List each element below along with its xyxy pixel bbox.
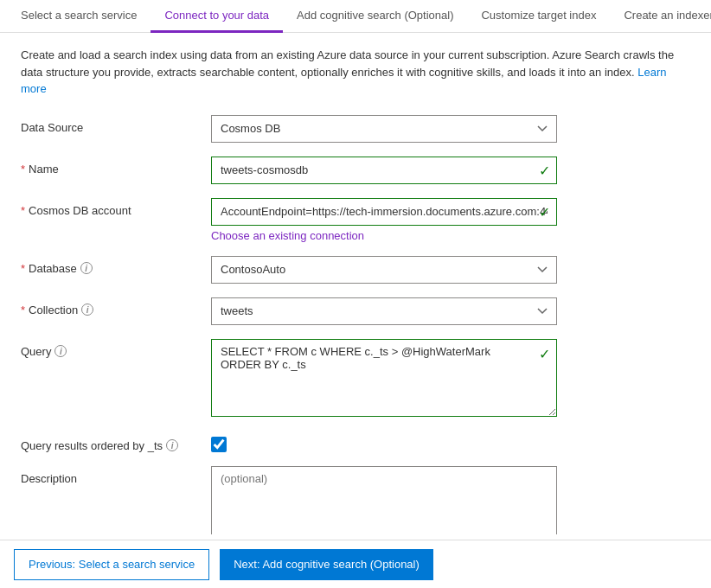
description-textarea[interactable] (211, 466, 557, 535)
database-row: * Database i ContosoAuto (21, 256, 690, 284)
description-row: Description (21, 466, 690, 535)
query-label: Query i (21, 339, 211, 358)
data-source-label: Data Source (21, 115, 211, 134)
cosmos-check-icon: ✓ (539, 203, 550, 220)
database-info-icon[interactable]: i (80, 262, 93, 274)
collection-control: tweets (211, 297, 557, 325)
cosmos-input-wrap: ✓ (211, 198, 557, 226)
query-ordered-control (211, 433, 690, 452)
query-textarea-wrap: SELECT * FROM c WHERE c._ts > @HighWater… (211, 339, 557, 419)
database-select[interactable]: ContosoAuto (211, 256, 557, 284)
database-required-star: * (21, 262, 25, 275)
tab-customize[interactable]: Customize target index (467, 0, 610, 33)
query-ordered-info-icon[interactable]: i (166, 439, 178, 451)
collection-row: * Collection i tweets (21, 297, 690, 325)
query-check-icon: ✓ (539, 346, 550, 362)
prev-button[interactable]: Previous: Select a search service (14, 549, 209, 580)
data-source-row: Data Source Cosmos DB Azure SQL Azure Bl… (21, 115, 690, 143)
description-text: Create and load a search index using dat… (21, 47, 690, 98)
footer: Previous: Select a search service Next: … (0, 540, 711, 588)
collection-required-star: * (21, 304, 25, 316)
collection-select[interactable]: tweets (211, 297, 557, 325)
tab-connect-data[interactable]: Connect to your data (151, 0, 283, 33)
name-required-star: * (21, 163, 25, 176)
name-row: * Name ✓ (21, 157, 690, 184)
tab-cognitive[interactable]: Add cognitive search (Optional) (283, 0, 467, 33)
cosmos-account-input[interactable] (211, 198, 557, 226)
description-label: Description (21, 466, 211, 485)
name-input-wrap: ✓ (211, 157, 557, 184)
tab-create-indexer[interactable]: Create an indexer (610, 0, 711, 33)
main-content: Create and load a search index using dat… (0, 33, 711, 534)
cosmos-account-control: ✓ Choose an existing connection (211, 198, 690, 242)
next-button[interactable]: Next: Add cognitive search (Optional) (220, 549, 433, 580)
cosmos-account-label: * Cosmos DB account (21, 198, 211, 217)
name-check-icon: ✓ (539, 162, 550, 178)
query-info-icon[interactable]: i (54, 345, 67, 357)
cosmos-account-row: * Cosmos DB account ✓ Choose an existing… (21, 198, 690, 242)
collection-info-icon[interactable]: i (81, 304, 93, 316)
data-source-select[interactable]: Cosmos DB Azure SQL Azure Blob Storage A… (211, 115, 557, 143)
collection-label: * Collection i (21, 297, 211, 316)
query-control: SELECT * FROM c WHERE c._ts > @HighWater… (211, 339, 690, 419)
description-control (211, 466, 690, 535)
tab-select-search[interactable]: Select a search service (7, 0, 151, 33)
query-textarea[interactable]: SELECT * FROM c WHERE c._ts > @HighWater… (211, 339, 557, 417)
data-source-control: Cosmos DB Azure SQL Azure Blob Storage A… (211, 115, 557, 143)
query-row: Query i SELECT * FROM c WHERE c._ts > @H… (21, 339, 690, 419)
cosmos-required-star: * (21, 204, 25, 217)
query-ordered-row: Query results ordered by _ts i (21, 433, 690, 452)
name-label: * Name (21, 157, 211, 176)
database-control: ContosoAuto (211, 256, 557, 284)
name-input[interactable] (211, 157, 557, 184)
database-label: * Database i (21, 256, 211, 275)
query-ordered-checkbox-wrap (211, 433, 690, 452)
query-ordered-label: Query results ordered by _ts i (21, 433, 211, 452)
query-ordered-checkbox[interactable] (211, 437, 227, 452)
name-control: ✓ (211, 157, 690, 184)
wizard-nav: Select a search service Connect to your … (0, 0, 711, 33)
choose-connection-link[interactable]: Choose an existing connection (211, 229, 690, 242)
